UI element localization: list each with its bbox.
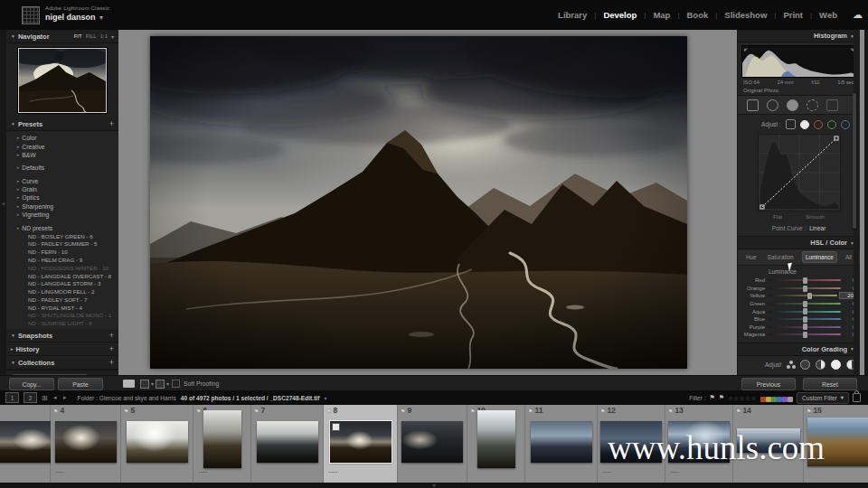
- flag-icon[interactable]: ⚑: [600, 408, 605, 414]
- filmstrip-cell[interactable]: ⚑7: [251, 405, 324, 483]
- tone-curve-graph[interactable]: [758, 134, 841, 211]
- channel-red-icon[interactable]: [814, 120, 823, 129]
- navigator-preview[interactable]: [18, 48, 107, 113]
- preset-item[interactable]: ND - BOSLEY GREEN - 6: [6, 232, 118, 240]
- masking-tool-icon[interactable]: [807, 99, 818, 111]
- previous-button[interactable]: Previous: [741, 378, 796, 390]
- hsl-slider-knob[interactable]: [803, 308, 807, 314]
- filmstrip-count-info[interactable]: 40 of 4972 photos / 1 selected / _DSC274…: [181, 395, 320, 401]
- star-rating-filter[interactable]: ☆☆☆☆☆: [728, 395, 757, 401]
- hsl-slider-track[interactable]: [769, 318, 841, 320]
- tab-luminance[interactable]: Luminance: [802, 251, 837, 263]
- filmstrip-cell[interactable]: [0, 405, 51, 483]
- tab-library[interactable]: Library: [551, 10, 594, 20]
- channel-blue-icon[interactable]: [841, 120, 850, 129]
- hsl-slider-knob[interactable]: [803, 301, 807, 307]
- hsl-slider-knob[interactable]: [803, 324, 807, 330]
- filmstrip-source-breadcrumb[interactable]: Folder : Glencoe and skye and Harris: [78, 395, 176, 401]
- cloud-sync-icon[interactable]: ☁: [853, 9, 863, 21]
- preset-group[interactable]: ▸Grain: [6, 185, 118, 193]
- hsl-slider-knob[interactable]: [803, 316, 807, 323]
- rating-stars[interactable]: ▪▪▪▪: [199, 470, 208, 474]
- thumbnail-image[interactable]: [401, 421, 463, 463]
- go-back-icon[interactable]: ◄: [52, 395, 58, 400]
- channel-all-icon[interactable]: [800, 120, 809, 129]
- preset-item[interactable]: ND - SHUTLINGSLOE MONO - 1: [6, 312, 118, 320]
- soft-proofing-checkbox[interactable]: [172, 380, 180, 388]
- filmstrip-cell[interactable]: ⚑8▪▪▪▪: [324, 405, 398, 483]
- preset-item[interactable]: ND - RYDAL MIST - 4: [6, 304, 118, 312]
- preset-group[interactable]: ▸Optics: [6, 193, 118, 202]
- flag-icon[interactable]: ⚑: [401, 408, 405, 414]
- tab-hue[interactable]: Hue: [743, 252, 760, 262]
- extra-tool-icon[interactable]: [826, 99, 838, 111]
- custom-filter-dropdown[interactable]: Custom Filter ▾: [797, 392, 849, 404]
- preset-group[interactable]: ▸Curve: [6, 177, 118, 185]
- flag-reject-icon[interactable]: ⚑: [719, 394, 724, 401]
- preset-item[interactable]: ND - SUNRISE LIGHT - 8: [6, 319, 118, 327]
- go-forward-icon[interactable]: ►: [62, 395, 68, 400]
- midtones-wheel-icon[interactable]: [816, 360, 826, 370]
- highlights-wheel-icon[interactable]: [831, 360, 841, 370]
- thumbnail-image[interactable]: [330, 421, 392, 463]
- thumbnail-image[interactable]: [203, 410, 241, 468]
- flag-icon[interactable]: ⚑: [53, 408, 58, 414]
- thumbnail-image[interactable]: [257, 421, 318, 463]
- preset-group[interactable]: ▸Color: [6, 134, 118, 142]
- preset-item[interactable]: ND - LANGDALE STORM - 3: [6, 279, 118, 287]
- flag-icon[interactable]: ⚑: [807, 408, 811, 414]
- flag-icon[interactable]: ⚑: [668, 408, 673, 414]
- hsl-slider-knob[interactable]: [803, 286, 807, 292]
- shadow-clipping-icon[interactable]: ◤: [744, 47, 748, 52]
- rating-stars[interactable]: ▪▪▪▪: [329, 470, 338, 474]
- tab-develop[interactable]: Develop: [596, 10, 644, 20]
- thumbnail-image[interactable]: [477, 410, 515, 468]
- curve-flat-label[interactable]: Flat: [773, 214, 782, 220]
- shadows-wheel-icon[interactable]: [800, 360, 810, 370]
- preset-group[interactable]: ▸ND presets: [6, 223, 118, 231]
- snapshots-header[interactable]: ▼ Snapshots +: [6, 329, 118, 343]
- preset-group[interactable]: ▸Creative: [6, 142, 118, 150]
- thumbnail-image[interactable]: [531, 421, 592, 463]
- filmstrip-cell[interactable]: ⚑11: [525, 405, 598, 483]
- collections-header[interactable]: ▼ Collections +: [6, 356, 118, 370]
- identity-plate[interactable]: nigel danson▼: [45, 13, 104, 22]
- preset-group[interactable]: ▸Vignetting: [6, 211, 118, 219]
- history-header[interactable]: ▸ History +: [6, 343, 118, 356]
- hsl-slider-track[interactable]: [769, 311, 841, 313]
- heal-tool-icon[interactable]: [767, 99, 778, 111]
- flag-pick-icon[interactable]: ⚑: [710, 394, 715, 401]
- loupe-view-icon[interactable]: [123, 380, 135, 388]
- reset-button[interactable]: Reset: [803, 378, 857, 390]
- flag-icon[interactable]: ⚑: [124, 408, 128, 414]
- hsl-slider-track[interactable]: [769, 295, 837, 296]
- flag-icon[interactable]: ⚑: [736, 408, 741, 414]
- filmstrip-cell[interactable]: ⚑9: [398, 405, 467, 483]
- point-curve-value[interactable]: Linear: [809, 225, 826, 231]
- filmstrip-cell[interactable]: ⚑4▪▪▪▪: [51, 405, 121, 483]
- clear-history-icon[interactable]: +: [109, 344, 114, 353]
- edit-point-curve-icon[interactable]: [786, 119, 796, 129]
- filmstrip-cell[interactable]: ⚑5: [121, 405, 193, 483]
- copy-button[interactable]: Copy...: [9, 378, 54, 390]
- flag-icon[interactable]: ⚑: [326, 408, 331, 414]
- right-panel-scrollbar[interactable]: [854, 30, 859, 375]
- add-collection-icon[interactable]: +: [109, 358, 114, 367]
- rating-stars[interactable]: ▪▪▪▪: [56, 470, 65, 474]
- hsl-header[interactable]: HSL / Color ▼: [738, 237, 860, 249]
- flag-icon[interactable]: ⚑: [196, 408, 201, 414]
- tab-saturation[interactable]: Saturation: [765, 252, 797, 262]
- preset-group[interactable]: ▸Sharpening: [6, 202, 118, 211]
- tab-print[interactable]: Print: [776, 10, 810, 20]
- histogram-display[interactable]: ◤ ◥: [741, 45, 856, 78]
- add-snapshot-icon[interactable]: +: [109, 331, 114, 340]
- thumbnail-image[interactable]: [127, 421, 188, 463]
- thumbnail-image[interactable]: [55, 421, 117, 463]
- second-window-button[interactable]: 2: [24, 392, 37, 403]
- hsl-slider-knob[interactable]: [803, 332, 807, 338]
- preset-item[interactable]: ND - PADLEY SOFT - 7: [6, 296, 118, 304]
- before-after-tb-button[interactable]: ▾: [156, 380, 170, 388]
- right-panel-collapse-strip[interactable]: [864, 30, 868, 375]
- scrollbar-thumb[interactable]: [853, 93, 856, 229]
- preset-group[interactable]: ▸B&W: [6, 151, 118, 159]
